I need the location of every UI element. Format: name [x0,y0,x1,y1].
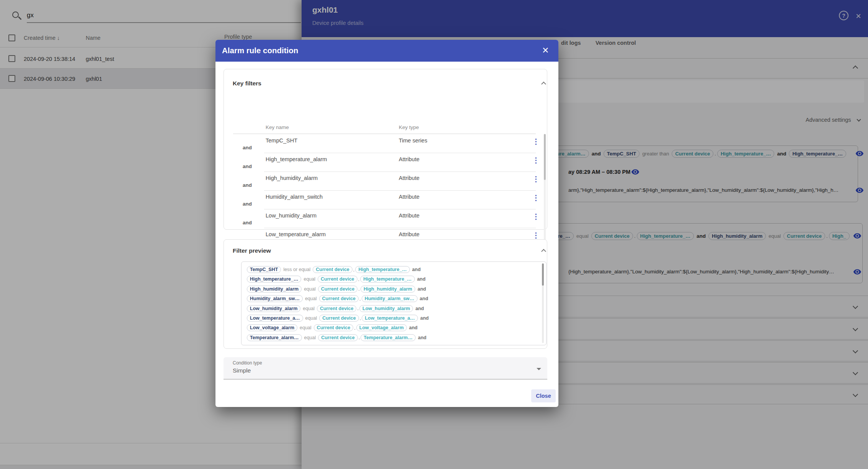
source-chip: Current device [318,286,358,293]
key-type-cell: Time series [399,137,427,144]
key-type-cell: Attribute [399,175,419,181]
key-name-cell: TempC_SHT [266,137,297,144]
row-menu-icon[interactable]: ⋮ [532,212,540,221]
and-connector: and [412,267,421,272]
and-label: and [243,220,252,226]
filter-preview-heading: Filter preview [233,247,271,254]
key-chip: High_humidity_alarm [247,286,302,293]
source-chip: Current device [314,324,354,331]
source-chip: Current device [319,295,359,302]
key-type-cell: Attribute [399,156,419,162]
attribute-chip: Low_humidity_alarm [359,305,413,312]
operator-text: equal [300,325,312,330]
row-menu-icon[interactable]: ⋮ [532,231,540,240]
and-connector: and [420,315,429,321]
key-chip: High_temperature_… [247,276,301,283]
dot-separator: . [354,325,356,331]
key-type-cell: Attribute [399,231,419,237]
dot-separator: . [358,276,360,282]
and-connector: and [409,325,418,330]
key-name-cell: Low_humidity_alarm [266,212,317,219]
close-button[interactable]: Close [531,389,556,402]
key-filters-section: Key filters Key name Key type andTempC_S… [224,69,547,230]
divider [264,172,536,172]
filter-preview-row: Humidity_alarm_sw…equalCurrent device.Hu… [247,294,428,303]
col-header-key-name: Key name [266,124,289,130]
row-menu-icon[interactable]: ⋮ [532,175,540,183]
key-filters-heading: Key filters [233,80,261,87]
key-type-cell: Attribute [399,212,419,219]
source-chip: Current device [313,266,352,273]
operator-text: less or equal [283,267,310,272]
and-connector: and [420,296,428,301]
key-chip: TempC_SHT [247,266,281,273]
and-label: and [243,145,252,150]
divider [264,153,536,153]
attribute-chip: Low_voltage_alarm [356,324,407,331]
source-chip: Current device [318,334,358,341]
condition-type-select[interactable]: Condition type Simple [224,357,547,379]
and-connector: and [417,276,426,282]
dot-separator: . [358,286,360,292]
key-chip: Humidity_alarm_sw… [247,295,303,302]
dialog-header: Alarm rule condition ✕ [215,40,558,62]
divider [264,190,536,191]
and-connector: and [415,306,424,311]
key-name-cell: High_humidity_alarm [266,175,318,181]
key-type-cell: Attribute [399,194,419,200]
filter-preview-row: TempC_SHTless or equalCurrent device.Hig… [247,265,421,274]
operator-text: equal [303,306,315,311]
divider [233,134,536,134]
key-chip: Low_voltage_alarm [247,324,297,331]
scrollbar-thumb[interactable] [542,263,544,286]
key-chip: Low_temperature_a… [247,315,303,322]
source-chip: Current device [318,276,357,283]
dot-separator: . [353,267,355,273]
screen: gx Created time ↓ Name Profile type 2024… [0,0,868,469]
dialog-title: Alarm rule condition [222,46,298,55]
and-label: and [243,163,252,169]
row-menu-icon[interactable]: ⋮ [532,156,540,165]
divider [264,209,536,209]
divider [264,228,536,228]
attribute-chip: High_temperature_… [355,266,410,273]
operator-text: equal [303,276,315,282]
filter-preview-row: Temperature_alarm…equalCurrent device.Te… [247,333,426,342]
attribute-chip: High_humidity_alarm [361,286,415,293]
dot-separator: . [359,296,361,302]
col-header-key-type: Key type [399,124,419,130]
row-menu-icon[interactable]: ⋮ [532,193,540,202]
key-chip: Temperature_alarm… [247,334,302,341]
alarm-rule-condition-dialog: Alarm rule condition ✕ Key filters Key n… [215,40,558,407]
and-connector: and [418,335,426,340]
and-label: and [243,201,252,207]
filter-preview-box: TempC_SHTless or equalCurrent device.Hig… [241,261,547,345]
operator-text: equal [304,286,316,292]
filter-preview-row: Low_voltage_alarmequalCurrent device.Low… [247,324,418,332]
scrollbar-thumb[interactable] [544,134,546,180]
dialog-close-icon[interactable]: ✕ [542,46,549,55]
filter-preview-row: Low_temperature_a…equalCurrent device.Lo… [247,314,429,322]
key-name-cell: High_temperature_alarm [266,156,327,162]
filter-preview-row: High_humidity_alarmequalCurrent device.H… [247,285,426,293]
filter-preview-section: Filter preview TempC_SHTless or equalCur… [224,239,547,349]
attribute-chip: High_temperature_… [360,276,414,283]
row-menu-icon[interactable]: ⋮ [532,137,540,146]
condition-type-label: Condition type [233,360,262,366]
key-name-cell: Low_temperature_alarm [266,231,326,237]
filter-preview-row: High_temperature_…equalCurrent device.Hi… [247,275,426,283]
operator-text: equal [304,335,316,340]
attribute-chip: Low_temperature_a… [362,315,418,322]
collapse-icon[interactable] [541,82,546,87]
key-chip: Low_humidity_alarm [247,305,300,312]
attribute-chip: Temperature_alarm… [361,334,416,341]
source-chip: Current device [317,305,357,312]
source-chip: Current device [319,315,359,322]
and-connector: and [418,286,426,292]
collapse-icon[interactable] [541,249,546,254]
attribute-chip: Humidity_alarm_sw… [362,295,418,302]
dropdown-arrow-icon [537,368,541,370]
key-name-cell: Humidity_alarm_switch [266,194,323,200]
condition-type-value: Simple [233,367,251,374]
dot-separator: . [357,306,359,311]
